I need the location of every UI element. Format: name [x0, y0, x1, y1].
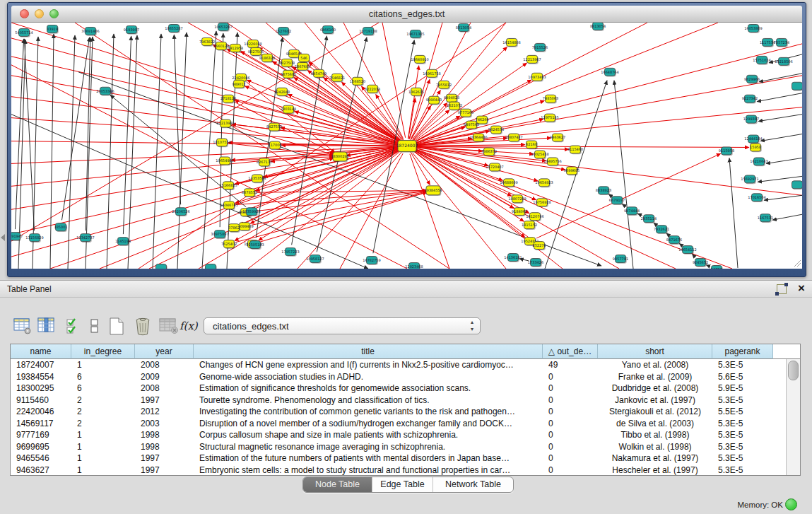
- show-column-icon[interactable]: [37, 317, 58, 337]
- graph-edge[interactable]: [729, 158, 738, 268]
- table-cell[interactable]: 6: [71, 382, 135, 395]
- close-panel-icon[interactable]: ×: [798, 281, 805, 296]
- graph-edge[interactable]: [260, 192, 428, 242]
- graph-edge[interactable]: [766, 158, 802, 163]
- graph-edge[interactable]: [174, 35, 180, 204]
- graph-edge[interactable]: [153, 34, 161, 269]
- table-cell[interactable]: 1: [71, 452, 135, 465]
- table-row[interactable]: 946554611997Estimation of the future num…: [11, 452, 800, 465]
- graph-edge[interactable]: [256, 148, 401, 190]
- table-cell[interactable]: Tibbo et al. (1998): [598, 429, 712, 441]
- table-cell[interactable]: 1997: [135, 452, 194, 465]
- graph-edge[interactable]: [758, 115, 802, 122]
- table-cell[interactable]: 19384554: [11, 371, 71, 383]
- graph-edge[interactable]: [794, 260, 801, 267]
- table-cell[interactable]: 9463627: [11, 465, 71, 477]
- table-cell[interactable]: Dudbridge et al. (2008): [598, 382, 712, 395]
- delete-columns-icon[interactable]: [133, 317, 154, 337]
- table-row[interactable]: 911546021997Tourette syndrome. Phenomeno…: [11, 395, 800, 407]
- table-cell[interactable]: 1: [71, 465, 135, 477]
- table-cell[interactable]: Embryonic stem cells: a model to study s…: [194, 465, 543, 477]
- table-cell[interactable]: 0: [543, 382, 598, 395]
- table-cell[interactable]: 2009: [135, 371, 194, 383]
- create-column-icon[interactable]: [107, 317, 129, 337]
- graph-node[interactable]: [206, 264, 216, 269]
- table-row[interactable]: 969969511998Structural magnetic resonanc…: [11, 441, 800, 453]
- table-mode-icon[interactable]: [13, 317, 34, 337]
- table-row[interactable]: 1938455462009Genome-wide association stu…: [11, 371, 800, 383]
- vertical-scrollbar[interactable]: [786, 359, 800, 475]
- column-header-year[interactable]: year: [135, 344, 194, 359]
- table-cell[interactable]: 0: [543, 429, 598, 441]
- table-cell[interactable]: 9465546: [11, 452, 71, 465]
- graph-edge[interactable]: [759, 74, 802, 82]
- table-cell[interactable]: Hescheler et al. (1997): [598, 465, 712, 477]
- table-cell[interactable]: 18300295: [11, 382, 71, 395]
- table-cell[interactable]: Corpus callosum shape and size in male p…: [194, 429, 543, 441]
- table-cell[interactable]: 2008: [135, 359, 194, 371]
- column-header-short[interactable]: short: [598, 344, 712, 359]
- graph-edge[interactable]: [248, 151, 401, 269]
- table-row[interactable]: 2242004622012Investigating the contribut…: [11, 406, 800, 418]
- memory-status-indicator[interactable]: [785, 498, 797, 510]
- graph-edge[interactable]: [412, 23, 506, 139]
- graph-edge[interactable]: [61, 37, 89, 220]
- graph-node[interactable]: [792, 82, 803, 90]
- graph-edge[interactable]: [50, 34, 54, 269]
- graph-edge[interactable]: [760, 134, 802, 141]
- table-cell[interactable]: 9115460: [11, 395, 71, 407]
- table-cell[interactable]: 5.3E-5: [712, 441, 773, 453]
- function-builder-icon[interactable]: f(x): [180, 317, 201, 337]
- graph-edge[interactable]: [233, 125, 334, 155]
- column-header-title[interactable]: title: [194, 344, 543, 359]
- table-cell[interactable]: 5.5E-5: [712, 406, 773, 418]
- graph-edge[interactable]: [706, 265, 710, 267]
- column-header-out_de[interactable]: △ out_de…: [543, 344, 598, 359]
- network-window-titlebar[interactable]: citations_edges.txt: [11, 6, 802, 23]
- graph-edge[interactable]: [123, 36, 131, 234]
- scrollbar-thumb[interactable]: [788, 361, 799, 380]
- graph-edge[interactable]: [11, 118, 399, 146]
- table-cell[interactable]: 5.3E-5: [712, 465, 773, 477]
- table-row[interactable]: 977716911998Corpus callosum shape and si…: [11, 429, 800, 441]
- float-panel-icon[interactable]: [777, 284, 787, 294]
- table-cell[interactable]: 9777169: [11, 429, 71, 441]
- table-row[interactable]: 1872400712008Changes of HCN gene express…: [11, 359, 800, 371]
- table-cell[interactable]: 22420046: [11, 406, 71, 418]
- graph-edge[interactable]: [415, 23, 718, 143]
- table-row[interactable]: 1830029562008Estimation of significance …: [11, 382, 800, 395]
- graph-edge[interactable]: [107, 34, 114, 269]
- column-header-in_degree[interactable]: in_degree: [71, 344, 135, 359]
- graph-edge[interactable]: [236, 192, 428, 243]
- table-cell[interactable]: 1998: [135, 429, 194, 441]
- table-cell[interactable]: 49: [543, 359, 598, 371]
- table-row[interactable]: 1456911722003Disruption of a novel membe…: [11, 418, 800, 430]
- table-cell[interactable]: Investigating the contribution of common…: [194, 406, 543, 418]
- graph-edge[interactable]: [410, 154, 449, 269]
- table-cell[interactable]: 0: [543, 465, 598, 477]
- tab-edge-table[interactable]: Edge Table: [372, 477, 433, 492]
- table-cell[interactable]: 1997: [135, 465, 194, 477]
- table-cell[interactable]: 0: [543, 371, 598, 383]
- graph-edge[interactable]: [292, 66, 401, 142]
- table-cell[interactable]: 9699695: [11, 441, 71, 453]
- tab-node-table[interactable]: Node Table: [303, 477, 372, 492]
- table-cell[interactable]: 0: [543, 395, 598, 407]
- table-cell[interactable]: Changes of HCN gene expression and I(f) …: [194, 359, 543, 371]
- table-cell[interactable]: Nakamura et al. (1997): [598, 452, 712, 465]
- table-row[interactable]: 946362711997Embryonic stem cells: a mode…: [11, 465, 800, 477]
- table-cell[interactable]: 5.3E-5: [712, 395, 773, 407]
- table-cell[interactable]: Stergiakouli et al. (2012): [598, 406, 712, 418]
- table-cell[interactable]: Franke et al. (2009): [598, 371, 712, 383]
- table-cell[interactable]: Wolkin et al. (1998): [598, 441, 712, 453]
- table-cell[interactable]: 1997: [135, 395, 194, 407]
- table-cell[interactable]: 0: [543, 418, 598, 430]
- table-cell[interactable]: 5.3E-5: [712, 418, 773, 430]
- graph-edge[interactable]: [11, 141, 399, 146]
- column-header-name[interactable]: name: [11, 344, 71, 359]
- table-cell[interactable]: 2: [71, 395, 135, 407]
- graph-edge[interactable]: [622, 204, 626, 206]
- table-cell[interactable]: 2012: [135, 406, 194, 418]
- table-cell[interactable]: de Silva et al. (2003): [598, 418, 712, 430]
- table-cell[interactable]: 0: [543, 452, 598, 465]
